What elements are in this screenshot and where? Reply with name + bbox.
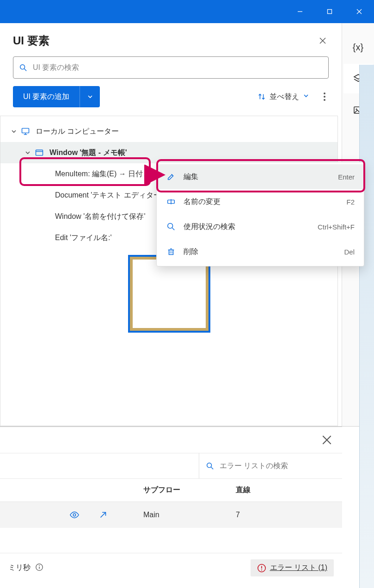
sort-icon bbox=[258, 93, 266, 101]
column-subflow[interactable]: サブフロー bbox=[143, 485, 236, 495]
svg-rect-10 bbox=[22, 128, 29, 133]
menu-item-edit[interactable]: 編集 Enter bbox=[157, 164, 364, 189]
svg-rect-1 bbox=[328, 10, 332, 14]
arrow-icon bbox=[98, 510, 108, 520]
toolbar: UI 要素の追加 並べ替え bbox=[0, 86, 342, 116]
menu-item-rename[interactable]: 名前の変更 F2 bbox=[157, 189, 364, 214]
sort-button[interactable]: 並べ替え bbox=[258, 92, 309, 102]
svg-rect-35 bbox=[169, 250, 173, 254]
menu-label: 名前の変更 bbox=[184, 197, 346, 207]
chevron-down-icon bbox=[87, 93, 93, 100]
right-scroll-strip bbox=[359, 65, 374, 588]
svg-point-33 bbox=[168, 223, 173, 229]
tree-node-label: Window '無題 - メモ帳' bbox=[49, 148, 127, 158]
error-list-label: エラー リスト (1) bbox=[270, 563, 327, 573]
status-bar: ミリ秒 エラー リスト (1) bbox=[0, 553, 342, 582]
svg-line-21 bbox=[211, 467, 214, 470]
rename-icon bbox=[166, 197, 176, 207]
chevron-down-icon bbox=[303, 93, 309, 101]
sort-label: 並べ替え bbox=[270, 92, 299, 102]
panel-title: UI 要素 bbox=[13, 33, 49, 48]
variables-icon: {x} bbox=[353, 42, 363, 53]
svg-point-26 bbox=[39, 565, 40, 566]
panel-header: UI 要素 bbox=[0, 23, 342, 56]
add-ui-element-button[interactable]: UI 要素の追加 bbox=[13, 86, 80, 107]
search-icon bbox=[19, 63, 27, 72]
tree-node-label: Edit 'ファイル名:' bbox=[55, 233, 112, 243]
svg-point-20 bbox=[207, 463, 212, 468]
minimize-button[interactable] bbox=[285, 0, 315, 23]
bottom-panel-close-button[interactable] bbox=[321, 434, 333, 446]
add-ui-element-caret[interactable] bbox=[80, 86, 100, 107]
tree-node-label: Document 'テキスト エディター' bbox=[55, 191, 162, 200]
svg-point-22 bbox=[73, 514, 76, 516]
svg-line-23 bbox=[101, 513, 106, 518]
tree-node-window-notepad[interactable]: Window '無題 - メモ帳' bbox=[0, 142, 337, 163]
menu-shortcut: Enter bbox=[338, 173, 355, 181]
svg-line-34 bbox=[172, 228, 175, 230]
computer-icon bbox=[21, 127, 30, 136]
menu-label: 編集 bbox=[184, 172, 338, 182]
menu-shortcut: Del bbox=[344, 248, 355, 256]
tree-node-label: ローカル コンピューター bbox=[36, 127, 119, 136]
svg-point-29 bbox=[261, 569, 262, 570]
menu-item-find-usage[interactable]: 使用状況の検索 Ctrl+Shift+F bbox=[157, 214, 364, 239]
sidebar-tab-variables[interactable]: {x} bbox=[343, 32, 373, 62]
menu-shortcut: Ctrl+Shift+F bbox=[318, 223, 355, 231]
bottom-panel: サブフロー 直線 Main 7 bbox=[0, 427, 342, 553]
more-options-button[interactable] bbox=[320, 93, 329, 101]
search-icon bbox=[206, 462, 214, 470]
trash-icon bbox=[166, 247, 176, 257]
svg-rect-13 bbox=[36, 150, 43, 155]
menu-label: 使用状況の検索 bbox=[184, 222, 318, 232]
svg-line-7 bbox=[25, 69, 27, 71]
svg-point-6 bbox=[20, 65, 25, 69]
cell-line: 7 bbox=[236, 511, 305, 519]
menu-item-delete[interactable]: 削除 Del bbox=[157, 239, 364, 264]
error-search-input[interactable] bbox=[220, 462, 336, 470]
search-input[interactable] bbox=[33, 63, 323, 72]
context-menu: 編集 Enter 名前の変更 F2 使用状況の検索 Ctrl+Shift+F 削… bbox=[156, 162, 364, 266]
titlebar bbox=[0, 0, 374, 23]
svg-point-17 bbox=[356, 108, 357, 110]
menu-shortcut: F2 bbox=[346, 198, 355, 206]
tree-node-local-computer[interactable]: ローカル コンピューター bbox=[0, 121, 337, 142]
window-close-button[interactable] bbox=[344, 0, 374, 23]
chevron-down-icon bbox=[11, 128, 17, 135]
panel-close-button[interactable] bbox=[317, 35, 329, 47]
column-line[interactable]: 直線 bbox=[236, 485, 305, 495]
preview-thumbnail bbox=[128, 255, 210, 333]
error-icon bbox=[257, 563, 266, 573]
menu-label: 削除 bbox=[184, 247, 344, 257]
search-icon bbox=[166, 222, 176, 232]
error-table-row[interactable]: Main 7 bbox=[0, 502, 342, 528]
error-list-search-box[interactable] bbox=[199, 453, 342, 478]
chevron-down-icon bbox=[25, 149, 31, 156]
tree-node-label: MenuItem: 編集(E) → 日付と bbox=[55, 169, 150, 179]
annotation-arrow bbox=[144, 165, 167, 185]
ui-elements-search-box[interactable] bbox=[13, 56, 329, 79]
status-unit-label: ミリ秒 bbox=[8, 563, 31, 573]
tree-node-label: Window '名前を付けて保存' bbox=[55, 212, 145, 222]
error-list-status-button[interactable]: エラー リスト (1) bbox=[251, 559, 334, 576]
info-icon[interactable] bbox=[35, 563, 43, 573]
cell-subflow: Main bbox=[143, 511, 236, 519]
eye-icon bbox=[69, 510, 80, 520]
edit-icon bbox=[166, 172, 176, 182]
error-table-header: サブフロー 直線 bbox=[0, 479, 342, 502]
window-icon bbox=[35, 148, 44, 157]
maximize-button[interactable] bbox=[315, 0, 344, 23]
